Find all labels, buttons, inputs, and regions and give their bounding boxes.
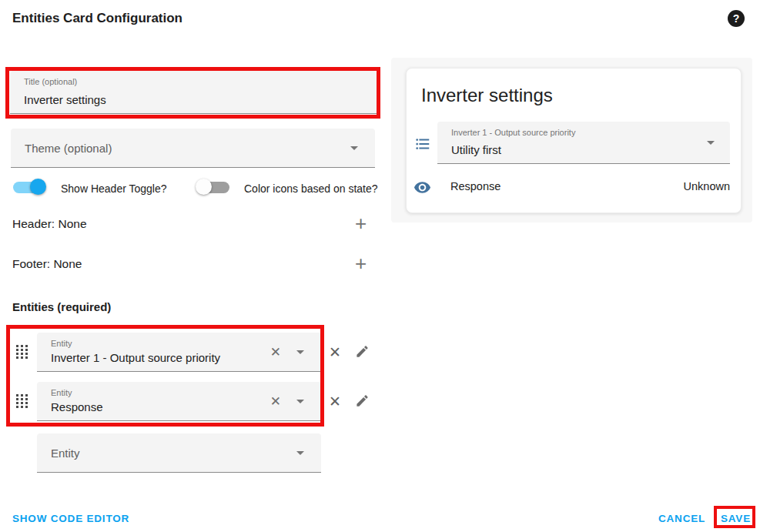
- entities-heading: Entities (required): [12, 300, 111, 313]
- title-input-label: Title (optional): [24, 77, 77, 86]
- edit-entity-icon[interactable]: [355, 393, 370, 411]
- chevron-down-icon: [707, 141, 715, 145]
- remove-entity-icon[interactable]: ✕: [329, 394, 341, 409]
- clear-icon[interactable]: ✕: [270, 395, 281, 408]
- preview-card-title: Inverter settings: [421, 85, 553, 106]
- chevron-down-icon: [296, 350, 304, 354]
- entity-select-label: Entity: [51, 388, 72, 397]
- drag-handle[interactable]: [16, 394, 28, 410]
- page-title: Entities Card Configuration: [12, 11, 182, 26]
- header-row-label: Header: None: [12, 217, 87, 231]
- show-code-editor-button[interactable]: SHOW CODE EDITOR: [12, 513, 129, 524]
- edit-entity-icon[interactable]: [355, 344, 370, 362]
- color-icons-toggle-label: Color icons based on state?: [244, 182, 378, 195]
- remove-entity-icon[interactable]: ✕: [329, 345, 341, 360]
- title-input-value: Inverter settings: [24, 93, 106, 106]
- chevron-down-icon: [296, 451, 304, 455]
- eye-icon: [413, 179, 431, 199]
- footer-row-label: Footer: None: [12, 257, 82, 271]
- add-footer-icon[interactable]: +: [355, 256, 367, 270]
- save-button[interactable]: SAVE: [721, 513, 751, 524]
- show-header-toggle-label: Show Header Toggle?: [61, 182, 167, 195]
- theme-select-label: Theme (optional): [25, 142, 112, 155]
- chevron-down-icon: [350, 146, 358, 150]
- preview-select-label: Inverter 1 - Output source priority: [451, 128, 575, 137]
- help-icon[interactable]: ?: [728, 10, 745, 27]
- color-icons-toggle[interactable]: [196, 177, 240, 197]
- toggle-thumb: [30, 179, 46, 195]
- drag-handle[interactable]: [16, 345, 28, 360]
- entity-select-label: Entity: [51, 339, 72, 348]
- add-header-icon[interactable]: +: [355, 216, 367, 230]
- theme-select[interactable]: Theme (optional): [11, 129, 375, 168]
- entity-select-value: Response: [51, 400, 103, 413]
- entity-select-value: Inverter 1 - Output source priority: [51, 351, 220, 364]
- entity-select-1[interactable]: Entity Inverter 1 - Output source priori…: [37, 333, 321, 372]
- title-input[interactable]: Title (optional) Inverter settings: [10, 71, 377, 114]
- preview-select[interactable]: Inverter 1 - Output source priority Util…: [437, 122, 730, 164]
- preview-select-value: Utility first: [451, 143, 501, 156]
- show-header-toggle[interactable]: [10, 177, 55, 197]
- preview-state-value: Unknown: [684, 180, 730, 192]
- chevron-down-icon: [296, 400, 304, 403]
- entity-select-2[interactable]: Entity Response ✕: [37, 382, 321, 421]
- entity-select-new[interactable]: Entity: [37, 433, 321, 473]
- entity-select-placeholder: Entity: [51, 447, 80, 460]
- list-bulleted-icon: [414, 136, 431, 156]
- cancel-button[interactable]: CANCEL: [658, 513, 705, 524]
- preview-state-name[interactable]: Response: [450, 180, 501, 192]
- toggle-thumb: [196, 179, 212, 195]
- clear-icon[interactable]: ✕: [270, 346, 281, 359]
